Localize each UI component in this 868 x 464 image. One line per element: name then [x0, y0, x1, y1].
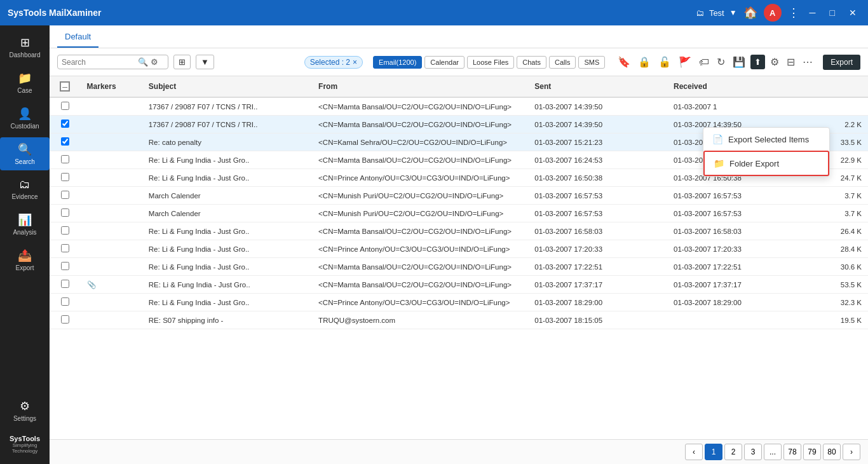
subject-cell[interactable]: 17367 / 29087 F07 / TCNS / TRI..	[142, 97, 312, 116]
flag-icon[interactable]: 🚩	[676, 55, 694, 69]
lock-icon[interactable]: 🔒	[635, 55, 653, 69]
case-dropdown-icon[interactable]: ▼	[729, 8, 737, 17]
row-checkbox[interactable]	[61, 297, 69, 306]
sidebar-item-settings[interactable]: ⚙ Settings	[0, 394, 50, 427]
table-row[interactable]: RE: S07 shipping info -TRUQU@systoern.co…	[50, 311, 868, 329]
subject-header: Subject	[142, 76, 312, 97]
minimize-button[interactable]: ─	[806, 6, 820, 19]
avatar[interactable]: A	[764, 4, 782, 22]
table-row[interactable]: Re: Li & Fung India - Just Gro..<CN=Mamt…	[50, 222, 868, 240]
sidebar-item-search[interactable]: 🔍 Search	[0, 137, 50, 170]
gear-icon[interactable]: ⚙	[768, 55, 782, 69]
marker-cell	[81, 258, 142, 276]
subject-cell[interactable]: Re: Li & Fung India - Just Gro..	[142, 240, 312, 258]
subject-cell[interactable]: Re: Li & Fung India - Just Gro..	[142, 294, 312, 311]
row-checkbox[interactable]	[61, 102, 69, 110]
grid-view-button[interactable]: ⊞	[173, 55, 191, 69]
marker-cell	[81, 116, 142, 133]
subject-cell[interactable]: RE: Li & Fung India - Just Gro..	[142, 276, 312, 294]
export-selected-items[interactable]: 📄 Export Selected Items	[703, 128, 829, 151]
pagination-page-3[interactable]: 3	[744, 444, 762, 460]
sidebar-item-analysis[interactable]: 📊 Analysis	[0, 208, 50, 241]
sidebar-item-case[interactable]: 📁 Case	[0, 66, 50, 99]
row-checkbox[interactable]	[61, 173, 69, 181]
sidebar-label-case: Case	[17, 87, 32, 94]
table-row[interactable]: 17367 / 29087 F07 / TCNS / TRI..<CN=Mamt…	[50, 97, 868, 116]
save-icon[interactable]: 💾	[730, 55, 748, 69]
subject-cell[interactable]: Re: Li & Fung India - Just Gro..	[142, 258, 312, 276]
table-row[interactable]: 📎RE: Li & Fung India - Just Gro..<CN=Mam…	[50, 276, 868, 294]
row-checkbox[interactable]	[61, 191, 69, 199]
subject-cell[interactable]: March Calender	[142, 205, 312, 222]
clear-selection-icon[interactable]: ×	[353, 58, 357, 67]
subject-cell[interactable]: Re: Li & Fung India - Just Gro..	[142, 169, 312, 187]
tab-default[interactable]: Default	[57, 27, 98, 48]
refresh-icon[interactable]: ↻	[714, 55, 728, 69]
from-cell: <CN=Mamta Bansal/OU=C2/OU=CG2/OU=IND/O=L…	[312, 97, 528, 116]
received-cell: 01-03-2007 16:58:03	[667, 222, 806, 240]
subject-cell[interactable]: Re: Li & Fung India - Just Gro..	[142, 151, 312, 169]
pagination-page-78[interactable]: 78	[783, 444, 801, 460]
unlock-icon[interactable]: 🔓	[656, 55, 674, 69]
export-button[interactable]: Export	[823, 55, 860, 70]
subject-cell[interactable]: March Calender	[142, 187, 312, 205]
filter-tab-calls[interactable]: Calls	[549, 56, 576, 69]
pagination-page-2[interactable]: 2	[724, 444, 742, 460]
sidebar-item-custodian[interactable]: 👤 Custodian	[0, 102, 50, 135]
table-row[interactable]: March Calender<CN=Munish Puri/OU=C2/OU=C…	[50, 187, 868, 205]
pagination-page-79[interactable]: 79	[803, 444, 821, 460]
close-button[interactable]: ✕	[845, 6, 860, 19]
folder-export-item[interactable]: 📁 Folder Export	[703, 151, 829, 176]
size-cell: 30.6 K	[806, 258, 868, 276]
sidebar-label-evidence: Evidence	[11, 193, 37, 200]
pagination-next[interactable]: ›	[843, 444, 860, 460]
row-checkbox[interactable]	[61, 137, 69, 146]
row-checkbox[interactable]	[61, 315, 69, 324]
maximize-button[interactable]: □	[826, 6, 839, 19]
pagination-page-80[interactable]: 80	[823, 444, 841, 460]
select-all-header[interactable]: ─	[50, 76, 81, 97]
row-checkbox[interactable]	[61, 155, 69, 163]
filter-tab-loosefiles[interactable]: Loose Files	[467, 56, 514, 69]
row-checkbox[interactable]	[61, 262, 69, 270]
row-checkbox[interactable]	[61, 244, 69, 252]
pagination-prev[interactable]: ‹	[685, 444, 703, 460]
sent-cell: 01-03-2007 15:21:23	[528, 133, 667, 151]
filter-tab-chats[interactable]: Chats	[517, 56, 546, 69]
pagination-page-1[interactable]: 1	[705, 444, 722, 460]
sent-cell: 01-03-2007 16:24:53	[528, 151, 667, 169]
search-input[interactable]	[62, 58, 138, 67]
table-row[interactable]: Re: Li & Fung India - Just Gro..<CN=Prin…	[50, 240, 868, 258]
filter-tab-email1200[interactable]: Email(1200)	[373, 56, 422, 69]
sidebar-item-export[interactable]: 📤 Export	[0, 243, 50, 276]
more-options-icon[interactable]: ⋮	[788, 6, 799, 20]
bookmark-icon[interactable]: 🔖	[615, 55, 633, 69]
row-checkbox[interactable]	[61, 119, 69, 128]
pagination: ‹123...787980›	[50, 439, 868, 464]
from-cell: <CN=Kamal Sehra/OU=C2/OU=CG2/OU=IND/O=Li…	[312, 133, 528, 151]
home-icon[interactable]: 🏠	[743, 6, 757, 20]
tag-icon[interactable]: 🏷	[696, 55, 712, 69]
sidebar-item-dashboard[interactable]: ⊞ Dashboard	[0, 31, 50, 64]
row-checkbox[interactable]	[61, 226, 69, 235]
export-action-icon[interactable]: ⬆	[750, 55, 765, 69]
subject-cell[interactable]: Re: Li & Fung India - Just Gro..	[142, 222, 312, 240]
sidebar-item-evidence[interactable]: 🗂 Evidence	[0, 173, 50, 205]
subject-cell[interactable]: Re: cato penalty	[142, 133, 312, 151]
filter-tab-calendar[interactable]: Calendar	[424, 56, 465, 69]
subject-cell[interactable]: RE: S07 shipping info -	[142, 311, 312, 329]
search-glass-icon[interactable]: 🔍	[138, 57, 148, 67]
table-row[interactable]: Re: Li & Fung India - Just Gro..<CN=Mamt…	[50, 258, 868, 276]
row-checkbox[interactable]	[61, 280, 69, 288]
columns-icon[interactable]: ⊟	[784, 55, 797, 69]
search-settings-icon[interactable]: ⚙	[151, 57, 158, 67]
filter-button[interactable]: ▼	[196, 55, 214, 69]
row-checkbox[interactable]	[61, 208, 69, 217]
received-cell: 01-03-2007 17:22:51	[667, 258, 806, 276]
table-row[interactable]: March Calender<CN=Munish Puri/OU=C2/OU=C…	[50, 205, 868, 222]
subject-cell[interactable]: 17367 / 29087 F07 / TCNS / TRI..	[142, 116, 312, 133]
table-row[interactable]: Re: Li & Fung India - Just Gro..<CN=Prin…	[50, 294, 868, 311]
marker-cell	[81, 169, 142, 187]
filter-tab-sms[interactable]: SMS	[578, 56, 605, 69]
more-icon[interactable]: ⋯	[800, 55, 815, 69]
